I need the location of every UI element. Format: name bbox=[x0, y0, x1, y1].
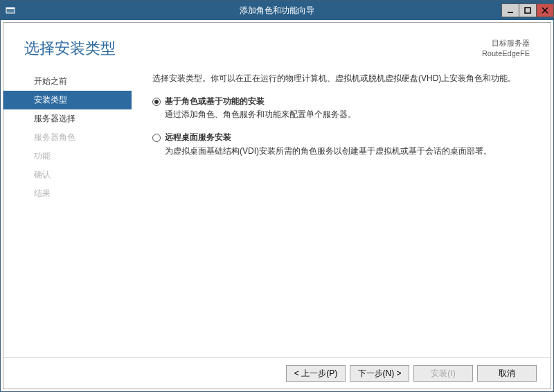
option-rds[interactable]: 远程桌面服务安装 为虚拟桌面基础结构(VDI)安装所需的角色服务以创建基于虚拟机… bbox=[152, 131, 530, 157]
svg-rect-2 bbox=[508, 12, 513, 13]
svg-rect-3 bbox=[525, 8, 530, 13]
app-icon bbox=[5, 5, 16, 16]
option-role-based[interactable]: 基于角色或基于功能的安装 通过添加角色、角色服务和功能来配置单个服务器。 bbox=[152, 95, 530, 121]
page-title: 选择安装类型 bbox=[24, 38, 116, 59]
content-area: 选择安装类型 目标服务器 RouteEdgeFE 开始之前 安装类型 服务器选择… bbox=[3, 22, 551, 389]
server-info: 目标服务器 RouteEdgeFE bbox=[482, 38, 530, 60]
maximize-button[interactable] bbox=[519, 3, 537, 17]
close-button[interactable] bbox=[536, 3, 554, 17]
sidebar-item-server-select[interactable]: 服务器选择 bbox=[3, 109, 132, 128]
option-label-role-based: 基于角色或基于功能的安装 bbox=[165, 95, 265, 108]
server-label: 目标服务器 bbox=[482, 38, 530, 48]
footer: < 上一步(P) 下一步(N) > 安装(I) 取消 bbox=[3, 357, 551, 389]
wizard-window: 添加角色和功能向导 选择安装类型 目标服务器 RouteEdgeFE 开始之前 bbox=[0, 0, 554, 392]
sidebar-item-before-begin[interactable]: 开始之前 bbox=[3, 72, 132, 91]
header: 选择安装类型 目标服务器 RouteEdgeFE bbox=[3, 23, 551, 66]
sidebar-item-features: 功能 bbox=[3, 147, 132, 166]
install-button: 安装(I) bbox=[413, 365, 473, 382]
main-panel: 选择安装类型。你可以在正在运行的物理计算机、虚拟机或脱机虚拟硬盘(VHD)上安装… bbox=[132, 66, 530, 357]
titlebar: 添加角色和功能向导 bbox=[1, 1, 553, 20]
previous-button[interactable]: < 上一步(P) bbox=[286, 365, 346, 382]
body: 开始之前 安装类型 服务器选择 服务器角色 功能 确认 结果 选择安装类型。你可… bbox=[3, 66, 551, 357]
option-desc-rds: 为虚拟桌面基础结构(VDI)安装所需的角色服务以创建基于虚拟机或基于会话的桌面部… bbox=[165, 145, 530, 158]
sidebar-item-confirm: 确认 bbox=[3, 166, 132, 184]
minimize-button[interactable] bbox=[501, 3, 519, 17]
next-button[interactable]: 下一步(N) > bbox=[350, 365, 409, 382]
sidebar: 开始之前 安装类型 服务器选择 服务器角色 功能 确认 结果 bbox=[3, 66, 132, 357]
radio-role-based[interactable] bbox=[152, 98, 161, 106]
sidebar-item-install-type[interactable]: 安装类型 bbox=[3, 91, 132, 109]
window-title: 添加角色和功能向导 bbox=[1, 5, 553, 17]
svg-rect-1 bbox=[6, 8, 15, 9]
window-controls bbox=[501, 3, 553, 17]
radio-rds[interactable] bbox=[152, 134, 161, 142]
cancel-button[interactable]: 取消 bbox=[477, 365, 537, 382]
server-name: RouteEdgeFE bbox=[482, 48, 530, 59]
option-label-rds: 远程桌面服务安装 bbox=[165, 131, 231, 144]
sidebar-item-results: 结果 bbox=[3, 184, 132, 203]
option-desc-role-based: 通过添加角色、角色服务和功能来配置单个服务器。 bbox=[165, 108, 530, 121]
intro-text: 选择安装类型。你可以在正在运行的物理计算机、虚拟机或脱机虚拟硬盘(VHD)上安装… bbox=[152, 72, 530, 85]
sidebar-item-server-roles: 服务器角色 bbox=[3, 128, 132, 147]
